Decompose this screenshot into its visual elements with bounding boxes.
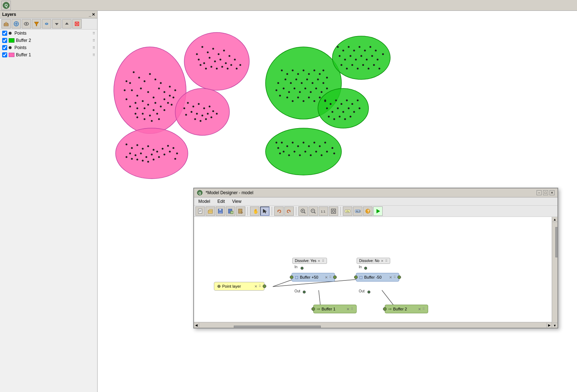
edit-model-help-btn[interactable]: ? [363,206,373,216]
undo-btn[interactable] [274,206,284,216]
dissolve-yes-close[interactable]: ✕ [318,259,320,263]
minimize-btn[interactable]: − [537,190,542,195]
svg-point-142 [296,79,297,80]
svg-point-100 [212,110,214,112]
svg-point-263 [332,210,335,212]
buffer1-output-node[interactable]: ⇒ Buffer 1 ✕ ⠿ [313,305,357,313]
export-model-btn[interactable] [236,206,245,216]
buffer-plus-drag: ⠿ [329,275,332,279]
svg-point-162 [308,97,310,99]
add-input-btn[interactable]: IN [343,206,352,216]
minimize-icon[interactable]: _ [89,12,91,17]
scroll-left-arrow[interactable]: ◀ [194,323,199,328]
model-canvas[interactable]: Dissolve: Yes ✕ ⠿ Dissolve: No ✕ ⠿ In In [194,217,557,328]
scroll-down-arrow[interactable]: ▼ [552,323,557,328]
up-btn[interactable] [62,19,72,29]
svg-point-113 [140,153,142,154]
point-layer-node[interactable]: ⊕ Point layer ✕ ⠿ [214,282,264,291]
svg-point-166 [277,82,279,84]
zoom-in-btn[interactable] [298,206,308,216]
svg-point-105 [126,144,128,145]
svg-point-29 [155,79,156,80]
zoom-actual-btn[interactable]: 1:1 [319,206,328,216]
layer-label-buffer2: Buffer 2 [16,38,31,43]
menu-model[interactable]: Model [197,198,212,205]
scroll-up-arrow[interactable]: ▲ [552,217,557,222]
layer-check-buffer1[interactable] [2,52,7,57]
svg-point-172 [353,50,355,52]
point-layer-close[interactable]: ✕ [254,284,257,288]
svg-point-34 [131,90,133,91]
buffer-plus50-node[interactable]: ◻ Buffer +50 ✕ ⠿ [292,273,335,282]
in-label-buffer-plus: In [294,265,297,269]
buffer-minus50-node[interactable]: ◻ Buffer -50 ✕ ⠿ [356,273,399,282]
layer-symbol-buffer1 [9,53,14,57]
zoom-extent-btn[interactable] [329,206,338,216]
layer-check-points2[interactable] [2,45,7,50]
buffer1-close[interactable]: ✕ [346,307,349,311]
select-btn[interactable] [260,206,270,216]
link-btn[interactable] [42,19,51,29]
svg-point-26 [144,80,146,82]
close-icon[interactable]: ✕ [92,12,95,17]
svg-point-78 [231,64,232,66]
svg-point-231 [332,147,333,149]
model-scrollbar-h[interactable]: ◀ ▶ [194,322,552,328]
toolbar-sep-2 [272,207,272,215]
remove-layer-btn[interactable] [72,19,82,29]
down-btn[interactable] [52,19,61,29]
svg-text:Q: Q [5,3,8,8]
menu-edit[interactable]: Edit [216,198,227,205]
eye-btn[interactable] [22,19,31,29]
maximize-btn[interactable]: □ [543,190,548,195]
svg-point-214 [287,145,288,147]
add-alg-btn[interactable]: ALG [353,206,362,216]
menu-view[interactable]: View [231,198,243,205]
in-label-buffer-minus: In [359,265,362,269]
filter-btn[interactable] [32,19,41,29]
scroll-thumb-h[interactable] [234,326,321,328]
svg-point-208 [328,116,330,118]
buffer2-output-node[interactable]: ⇒ Buffer 2 ✕ ⠿ [385,305,428,313]
svg-point-188 [352,64,353,66]
svg-point-204 [343,111,344,113]
pan-btn[interactable]: ✋ [250,206,259,216]
buffer2-close[interactable]: ✕ [418,307,421,311]
redo-btn[interactable] [284,206,294,216]
svg-point-176 [375,50,377,52]
save-as-model-btn[interactable]: + [226,206,235,216]
dissolve-no-close[interactable]: ✕ [381,259,384,263]
new-model-btn[interactable] [195,206,205,216]
buffer-minus-icon: ◻ [359,275,363,280]
layer-check-buffer2[interactable] [2,38,7,43]
svg-point-35 [158,88,160,90]
svg-text:ALG: ALG [356,210,361,213]
layer-item-points2[interactable]: Points ⠿ [0,44,97,51]
svg-point-222 [283,151,285,153]
model-scrollbar-v[interactable]: ▲ ▼ [552,217,557,328]
close-btn[interactable]: ✕ [550,190,555,195]
svg-point-178 [344,59,346,61]
run-model-btn[interactable] [373,206,383,216]
open-model-btn[interactable] [206,206,215,216]
svg-marker-3 [4,22,8,24]
buffer-plus-close[interactable]: ✕ [325,275,328,279]
open-layer-btn[interactable] [1,19,11,29]
layer-item-points1[interactable]: Points ⠿ [0,30,97,37]
layer-check-points1[interactable] [2,31,7,36]
add-layer-btn[interactable] [12,19,21,29]
svg-point-198 [346,100,348,101]
scroll-right-arrow[interactable]: ▶ [547,323,552,328]
buffer-minus-close[interactable]: ✕ [389,275,392,279]
layer-item-buffer2[interactable]: Buffer 2 ⠿ [0,37,97,44]
svg-point-148 [326,77,328,79]
save-model-btn[interactable] [216,206,225,216]
scroll-thumb-v[interactable] [555,227,558,257]
zoom-out-btn[interactable] [309,206,318,216]
svg-point-48 [129,106,131,108]
svg-point-146 [317,79,319,80]
layer-item-buffer1[interactable]: Buffer 1 ⠿ [0,51,97,58]
svg-point-127 [126,156,128,158]
map-canvas[interactable]: Q *Model Designer - model − □ ✕ Model Ed… [98,11,577,392]
svg-point-156 [321,91,323,93]
